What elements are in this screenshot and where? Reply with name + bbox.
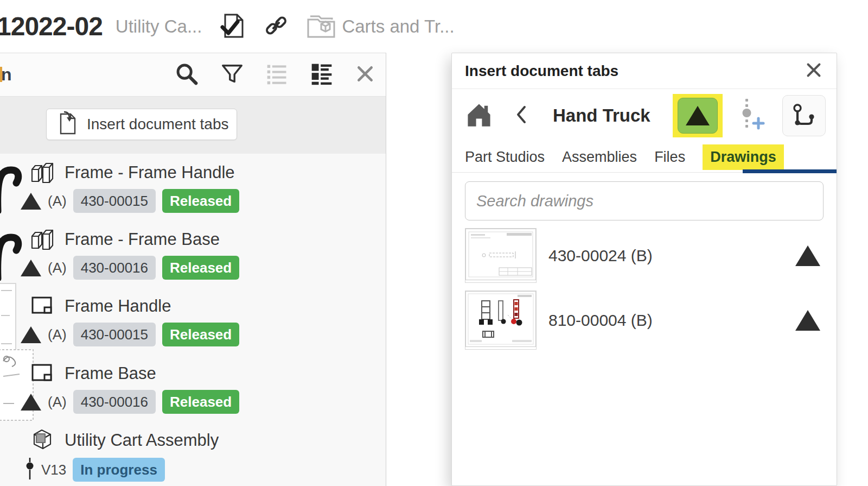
dialog-tab-bar: Part Studios Assemblies Files Drawings	[452, 142, 837, 173]
link-icon[interactable]	[265, 14, 288, 39]
tab-title: Frame Handle	[65, 296, 171, 316]
status-badge: In progress	[73, 458, 165, 482]
search-icon[interactable]	[174, 61, 199, 89]
part-number-badge: 430-00015	[73, 323, 156, 346]
insert-document-tabs-dialog: Insert document tabs Hand Truck	[451, 53, 837, 486]
top-bar: 12022-02 Utility Ca... Carts and Tr...	[0, 0, 868, 53]
tab-title: Utility Cart Assembly	[65, 431, 219, 450]
tab-list: Frame - Frame Handle (A) 430-00015 Relea…	[0, 154, 386, 486]
release-triangle-icon	[21, 260, 41, 276]
detailed-list-view-icon[interactable]	[310, 62, 334, 88]
insert-document-tabs-button[interactable]: Insert document tabs	[46, 109, 237, 140]
status-badge: Released	[162, 189, 239, 213]
version-pin-icon	[25, 457, 35, 483]
part-number-badge: 430-00015	[73, 189, 156, 213]
revision-label: (A)	[48, 394, 67, 411]
create-version-icon[interactable]	[738, 97, 767, 135]
status-badge: Released	[162, 390, 239, 414]
selected-tab-underline	[743, 169, 837, 173]
revision-label: (A)	[48, 326, 67, 343]
tab-part-studios[interactable]: Part Studios	[465, 149, 545, 166]
drawing-thumbnail	[465, 291, 537, 350]
dialog-body: 430-00024 (B) 810-00004 (B)	[452, 173, 837, 350]
workspace-name: Carts and Tr...	[342, 16, 454, 37]
revision-label: (A)	[48, 260, 67, 276]
part-studio-icon	[29, 159, 55, 187]
show-releases-toggle-button[interactable]	[678, 98, 718, 134]
part-studio-icon	[29, 225, 55, 254]
drawing-label: 810-00004 (B)	[548, 311, 653, 330]
tab-title: Frame - Frame Base	[65, 230, 220, 249]
dialog-toolbar: Hand Truck	[452, 89, 837, 142]
tab-drawings[interactable]: Drawings	[703, 144, 784, 170]
onshape-window: 12022-02 Utility Ca... Carts and Tr... n	[0, 0, 868, 486]
tab-list-item[interactable]: Utility Cart Assembly V13 In progress	[0, 422, 386, 486]
insert-document-icon	[56, 111, 78, 138]
release-triangle-icon[interactable]	[795, 245, 820, 266]
home-icon[interactable]	[465, 100, 493, 131]
tab-title: Frame Base	[65, 364, 156, 383]
dialog-title: Insert document tabs	[465, 62, 618, 80]
tab-files[interactable]: Files	[654, 149, 685, 166]
drawing-thumbnail	[465, 228, 537, 283]
insert-document-tabs-label: Insert document tabs	[87, 116, 228, 133]
search-drawings-input[interactable]	[465, 181, 824, 220]
dialog-close-icon[interactable]	[804, 60, 824, 82]
release-triangle-icon	[21, 394, 41, 411]
close-panel-icon[interactable]	[354, 63, 376, 87]
release-triangle-icon	[21, 193, 41, 210]
drawing-list-item[interactable]: 810-00004 (B)	[465, 291, 824, 350]
tab-list-item[interactable]: Frame Base (A) 430-00016 Released	[0, 355, 386, 422]
tab-assemblies[interactable]: Assemblies	[562, 149, 637, 166]
simple-list-view-icon[interactable]	[265, 62, 289, 88]
status-badge: Released	[162, 323, 239, 346]
folder-cube-icon[interactable]	[306, 12, 336, 41]
release-triangle-icon	[686, 106, 710, 125]
document-name: Utility Ca...	[116, 16, 202, 37]
document-panel-header: n	[0, 53, 386, 97]
assembly-icon	[29, 426, 55, 455]
filter-icon[interactable]	[220, 61, 245, 89]
document-panel: n	[0, 53, 386, 486]
panel-title-partial: n	[1, 65, 12, 85]
drawing-icon	[29, 359, 55, 388]
drawing-label: 430-00024 (B)	[548, 247, 653, 265]
document-check-icon[interactable]	[220, 12, 246, 41]
chevron-left-icon[interactable]	[514, 103, 529, 129]
release-triangle-icon[interactable]	[795, 310, 820, 331]
status-badge: Released	[162, 256, 239, 280]
document-breadcrumb: Hand Truck	[553, 105, 650, 126]
tab-list-item[interactable]: Frame - Frame Base (A) 430-00016 Release…	[0, 221, 386, 288]
version-graph-button[interactable]	[782, 95, 826, 136]
revision-label: (A)	[48, 193, 67, 210]
part-number-badge: 430-00016	[73, 390, 156, 414]
part-number-badge: 430-00016	[73, 256, 156, 280]
highlight-box	[673, 94, 723, 137]
release-triangle-icon	[21, 326, 41, 343]
part-number: 12022-02	[0, 11, 103, 41]
tab-list-item[interactable]: Frame - Frame Handle (A) 430-00015 Relea…	[0, 154, 386, 221]
tab-list-item[interactable]: Frame Handle (A) 430-00015 Released	[0, 288, 386, 355]
drawing-list-item[interactable]: 430-00024 (B)	[465, 228, 824, 283]
tab-title: Frame - Frame Handle	[65, 163, 235, 182]
version-label: V13	[41, 462, 66, 478]
drawing-icon	[29, 292, 55, 320]
dialog-header: Insert document tabs	[452, 53, 837, 89]
